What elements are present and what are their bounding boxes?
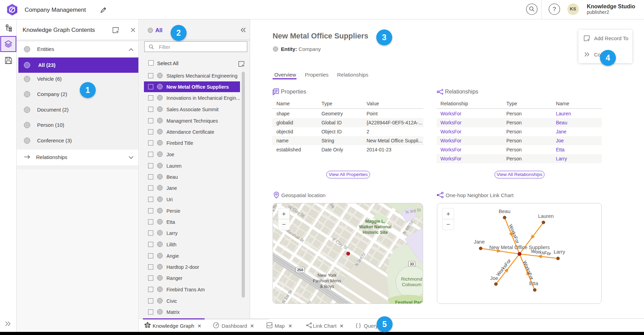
svg-text:Beau: Beau — [499, 209, 510, 214]
svg-text:Lauren: Lauren — [538, 213, 553, 219]
svg-text:Walker National: Walker National — [359, 224, 391, 229]
svg-text:−: − — [446, 221, 450, 228]
svg-text:New York: New York — [318, 273, 337, 278]
svg-text:Historic Site: Historic Site — [363, 230, 388, 235]
svg-text:Joe: Joe — [490, 275, 498, 281]
svg-text:Jane: Jane — [474, 239, 484, 245]
svg-text:Maggie L.: Maggie L. — [365, 219, 385, 224]
svg-text:Larry: Larry — [553, 249, 565, 255]
svg-text:33: 33 — [410, 262, 414, 266]
svg-text:& Boys: & Boys — [320, 284, 334, 289]
svg-text:+: + — [282, 210, 286, 218]
svg-text:Coliseum: Coliseum — [402, 282, 421, 287]
svg-text:Festival Park: Festival Park — [395, 300, 423, 303]
svg-text:+: + — [446, 210, 450, 218]
svg-text:Fashion Mens: Fashion Mens — [313, 278, 341, 283]
svg-text:250: 250 — [297, 268, 303, 272]
svg-text:Richmond: Richmond — [401, 276, 422, 282]
svg-text:?: ? — [553, 6, 556, 12]
svg-text:WorksFor: WorksFor — [522, 260, 535, 281]
svg-text:−: − — [282, 221, 286, 228]
svg-text:New Metal Office Suppliers: New Metal Office Suppliers — [489, 245, 550, 250]
svg-text:Etta: Etta — [529, 281, 539, 286]
